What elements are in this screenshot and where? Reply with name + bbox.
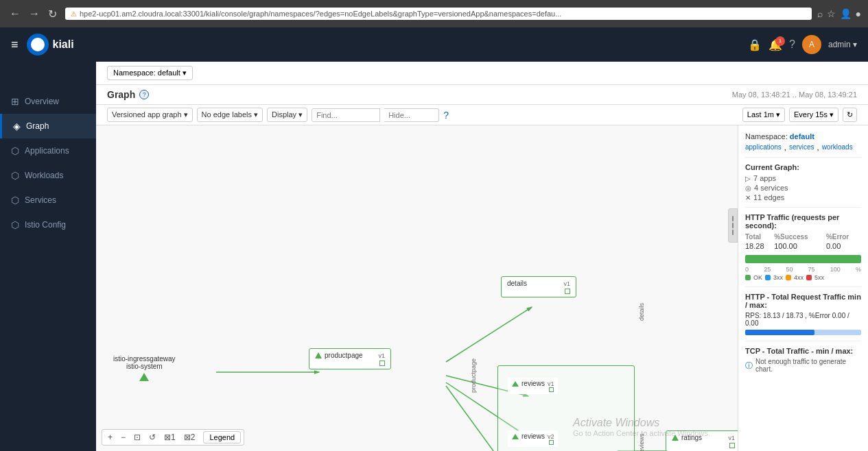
address-bar[interactable]: ⚠ hpe2-ucp01.am2.cloudra.local:33001/kia…: [65, 8, 812, 20]
node-reviews-v2[interactable]: reviews v2: [508, 430, 558, 447]
browser-search-button[interactable]: ⌕: [817, 8, 823, 19]
browser-menu-button[interactable]: ●: [856, 8, 861, 19]
notification-icon[interactable]: 🔔 1: [769, 38, 782, 51]
scale-25: 25: [764, 266, 771, 273]
hide-input[interactable]: [384, 108, 439, 122]
graph-type-dropdown[interactable]: Versioned app graph ▾: [107, 108, 193, 122]
time-range-button[interactable]: Last 1m ▾: [742, 108, 785, 122]
browser-bookmark-button[interactable]: ☆: [827, 8, 836, 19]
refresh-button[interactable]: ↻: [843, 108, 857, 122]
reviews-v1-triangle-icon: [512, 381, 519, 387]
browser-user-button[interactable]: 👤: [840, 8, 852, 19]
progress-bar-fill: [745, 255, 861, 263]
stat-edges: ✕ 11 edges: [745, 193, 861, 202]
node-details[interactable]: details v1: [501, 276, 576, 297]
stat-services: ◎ 4 services: [745, 184, 861, 192]
reset-button[interactable]: ↺: [146, 431, 159, 443]
sidebar-item-istio-config[interactable]: ⬡ Istio Config: [0, 212, 96, 237]
toolbar-right: Last 1m ▾ Every 15s ▾ ↻: [742, 108, 857, 122]
productpage-square-icon: [379, 361, 385, 366]
reviews-v2-version: v2: [548, 433, 554, 440]
node-productpage[interactable]: productpage v1: [309, 348, 391, 369]
logo-inner: [31, 38, 45, 51]
productpage-side-label: productpage: [470, 338, 477, 393]
forward-button[interactable]: →: [26, 6, 43, 22]
toggle-line3: [732, 230, 734, 235]
legend-3xx-dot: [765, 275, 771, 280]
details-square-icon: [565, 289, 570, 294]
col-error: %Error: [826, 232, 861, 241]
divider3: [745, 287, 861, 287]
back-button[interactable]: ←: [7, 6, 23, 22]
applications-link[interactable]: applications: [745, 143, 782, 151]
ns2-button[interactable]: ⊠2: [181, 431, 198, 443]
current-graph-title: Current Graph:: [745, 163, 861, 171]
sidebar-item-graph[interactable]: ◈ Graph: [0, 114, 96, 138]
toolbar-help-button[interactable]: ?: [443, 110, 449, 121]
sidebar-label-overview: Overview: [25, 97, 59, 106]
val-success: 100.00: [774, 241, 826, 251]
graph-canvas[interactable]: istio-ingressgateway istio-system produc…: [96, 125, 738, 451]
browser-refresh-button[interactable]: ↻: [45, 6, 60, 22]
legend-5xx-dot: [806, 275, 812, 280]
node-ingress[interactable]: istio-ingressgateway istio-system: [113, 355, 176, 381]
http-traffic-title: HTTP Traffic (requests per second):: [745, 213, 861, 230]
productpage-version: v1: [378, 352, 385, 359]
user-menu-button[interactable]: admin ▾: [828, 40, 857, 49]
edge-labels-dropdown[interactable]: No edge labels ▾: [197, 108, 263, 122]
sidebar-label-services: Services: [25, 195, 56, 205]
workloads-link[interactable]: workloads: [822, 143, 853, 151]
scale-75: 75: [808, 266, 815, 273]
namespace-dropdown[interactable]: Namespace: default ▾: [107, 66, 193, 80]
apps-value: 7 apps: [753, 174, 776, 182]
fit-button[interactable]: ⊡: [131, 431, 143, 443]
sidebar-label-istio-config: Istio Config: [25, 220, 66, 230]
legend-button[interactable]: Legend: [203, 431, 241, 443]
security-icon: ⚠: [71, 10, 77, 18]
apps-icon: ▷: [745, 175, 751, 182]
sidebar-item-services[interactable]: ⬡ Services: [0, 188, 96, 212]
zoom-in-button[interactable]: +: [105, 431, 115, 443]
rps-progress-fill: [745, 330, 814, 335]
tcp-no-traffic-label: Not enough traffic to generate chart.: [755, 358, 861, 373]
edges-value: 11 edges: [753, 193, 784, 202]
top-navbar: ≡ kiali 🔒 🔔 1 ? A admin ▾: [0, 27, 868, 62]
services-icon: ⬡: [11, 195, 19, 206]
legend-ok-label: OK: [753, 274, 762, 281]
node-reviews-v1[interactable]: reviews v1: [508, 378, 558, 394]
zoom-out-button[interactable]: −: [118, 431, 128, 443]
ratings-triangle-icon: [672, 435, 679, 441]
reviews-side-label: reviews: [638, 372, 645, 451]
user-avatar: A: [802, 35, 821, 54]
help-icon[interactable]: ?: [789, 38, 795, 51]
sidebar-item-overview[interactable]: ⊞ Overview: [0, 89, 96, 114]
display-dropdown[interactable]: Display ▾: [267, 108, 307, 122]
main-content: Namespace: default ▾ Graph ? May 08, 13:…: [96, 27, 868, 451]
scale-100: 100: [830, 266, 841, 273]
no-traffic: ⓘ Not enough traffic to generate chart.: [745, 358, 861, 373]
panel-toggle[interactable]: [728, 208, 738, 243]
node-ratings[interactable]: ratings v1: [666, 430, 738, 451]
traffic-legend: OK 3xx 4xx 5xx: [745, 274, 861, 281]
lock-icon[interactable]: 🔒: [748, 38, 762, 51]
ns1-button[interactable]: ⊠1: [161, 431, 178, 443]
find-input[interactable]: [312, 108, 380, 122]
ingress-sublabel: istio-system: [126, 363, 163, 370]
scale-50: 50: [786, 266, 793, 273]
rps-progress-bar: [745, 330, 861, 335]
services-link[interactable]: services: [789, 143, 814, 151]
graph-title: Graph: [107, 89, 135, 100]
scale-0: 0: [745, 266, 749, 273]
details-side-label: details: [638, 266, 645, 321]
refresh-rate-button[interactable]: Every 15s ▾: [789, 108, 838, 122]
app-shell: ⊞ Overview ◈ Graph ⬡ Applications ⬡ Work…: [0, 27, 868, 451]
sidebar-item-workloads[interactable]: ⬡ Workloads: [0, 163, 96, 188]
logo-text: kiali: [53, 38, 74, 51]
hamburger-menu[interactable]: ≡: [11, 38, 19, 52]
rps-info: RPS: 18.13 / 18.73 , %Error 0.00 / 0.00: [745, 312, 861, 327]
legend-4xx-dot: [786, 275, 791, 280]
sidebar-item-applications[interactable]: ⬡ Applications: [0, 138, 96, 163]
stat-apps: ▷ 7 apps: [745, 174, 861, 182]
graph-help-button[interactable]: ?: [139, 90, 149, 99]
edges-icon: ✕: [745, 194, 751, 202]
